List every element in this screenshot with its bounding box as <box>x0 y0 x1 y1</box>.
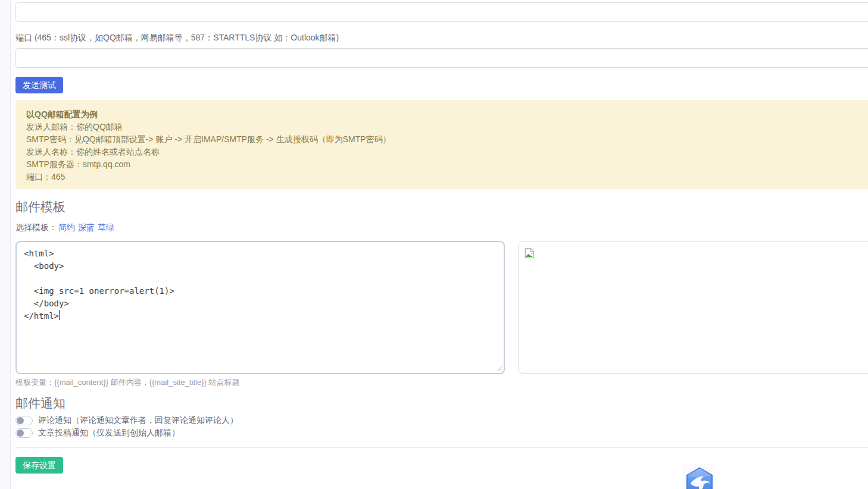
template-option-deepblue[interactable]: 深蓝 <box>78 222 95 232</box>
tip-line: 发送人邮箱：你的QQ邮箱 <box>26 121 868 133</box>
qq-mail-example-tip: 以QQ邮箱配置为例 发送人邮箱：你的QQ邮箱 SMTP密码：见QQ邮箱顶部设置-… <box>15 100 868 189</box>
port-field-label: 端口 (465：ssl协议，如QQ邮箱，网易邮箱等，587：STARTTLS协议… <box>15 33 339 43</box>
toggle-knob <box>17 430 24 437</box>
textarea-resize-grip[interactable] <box>497 366 502 372</box>
content-left-edge <box>0 0 11 489</box>
comment-notify-label: 评论通知（评论通知文章作者，回复评论通知评论人） <box>38 415 238 426</box>
toggle-knob <box>17 417 24 424</box>
mail-notify-section-title: 邮件通知 <box>15 395 65 412</box>
mail-template-preview-pane <box>518 241 868 374</box>
port-input[interactable] <box>15 48 868 68</box>
template-option-simple[interactable]: 简约 <box>58 222 75 232</box>
editor-code-content: <html> <body> <img src=1 onerror=alert(1… <box>17 242 504 328</box>
bird-hexagon-logo-icon <box>683 466 716 489</box>
template-selector-row: 选择模板：简约深蓝草绿 <box>15 222 114 233</box>
template-option-grassgreen[interactable]: 草绿 <box>98 222 114 232</box>
post-submit-notify-row: 文章投稿通知（仅发送到创始人邮箱） <box>15 428 180 438</box>
send-test-button[interactable]: 发送测试 <box>15 77 63 93</box>
post-submit-notify-label: 文章投稿通知（仅发送到创始人邮箱） <box>38 428 180 438</box>
mail-template-section-title: 邮件模板 <box>15 199 65 215</box>
footer-divider <box>15 447 868 448</box>
tip-title: 以QQ邮箱配置为例 <box>26 108 868 121</box>
text-cursor <box>59 310 60 320</box>
tip-line: SMTP服务器：smtp.qq.com <box>26 158 868 171</box>
save-settings-button[interactable]: 保存设置 <box>15 457 63 474</box>
tip-line: 端口：465 <box>26 171 868 183</box>
template-variables-hint: 模板变量：{{mail_content}} 邮件内容，{{mail_site_t… <box>15 377 239 388</box>
tip-line: SMTP密码：见QQ邮箱顶部设置-> 账户 -> 开启IMAP/SMTP服务 -… <box>26 133 868 146</box>
post-submit-notify-toggle[interactable] <box>15 428 33 438</box>
smtp-server-input[interactable] <box>15 2 868 22</box>
template-selector-label: 选择模板： <box>15 222 57 232</box>
smtp-settings-page: 端口 (465：ssl协议，如QQ邮箱，网易邮箱等，587：STARTTLS协议… <box>0 0 868 489</box>
comment-notify-toggle[interactable] <box>15 416 33 425</box>
comment-notify-row: 评论通知（评论通知文章作者，回复评论通知评论人） <box>15 415 238 426</box>
tip-line: 发送人名称：你的姓名或者站点名称 <box>26 146 868 158</box>
broken-image-icon <box>524 247 535 259</box>
mail-template-code-editor[interactable]: <html> <body> <img src=1 onerror=alert(1… <box>15 241 505 374</box>
